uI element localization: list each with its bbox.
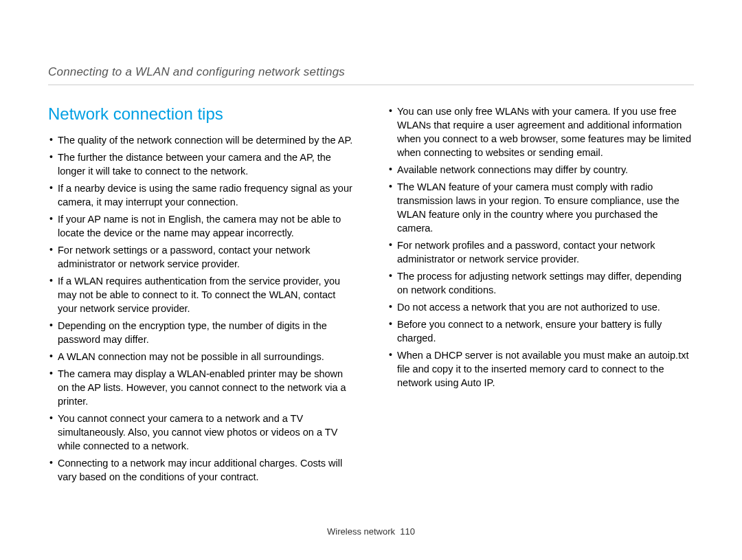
list-item: Do not access a network that you are not… bbox=[387, 300, 694, 314]
column-left: Network connection tips The quality of t… bbox=[48, 104, 355, 487]
list-item: Available network connections may differ… bbox=[387, 163, 694, 177]
list-item: For network settings or a password, cont… bbox=[48, 243, 355, 271]
section-heading: Network connection tips bbox=[48, 104, 355, 124]
list-item: The camera may display a WLAN-enabled pr… bbox=[48, 367, 355, 408]
breadcrumb: Connecting to a WLAN and configuring net… bbox=[48, 65, 694, 85]
footer-section-label: Wireless network bbox=[327, 526, 395, 537]
list-item: If a nearby device is using the same rad… bbox=[48, 181, 355, 209]
list-item: The process for adjusting network settin… bbox=[387, 269, 694, 297]
list-item: The quality of the network connection wi… bbox=[48, 133, 355, 147]
list-item: Connecting to a network may incur additi… bbox=[48, 456, 355, 484]
column-right: You can use only free WLANs with your ca… bbox=[387, 104, 694, 487]
page-container: Connecting to a WLAN and configuring net… bbox=[0, 0, 742, 560]
page-number: 110 bbox=[400, 526, 415, 537]
list-item: You cannot connect your camera to a netw… bbox=[48, 412, 355, 453]
list-item: For network profiles and a password, con… bbox=[387, 238, 694, 266]
list-item: The WLAN feature of your camera must com… bbox=[387, 180, 694, 235]
bullet-list-right: You can use only free WLANs with your ca… bbox=[387, 104, 694, 390]
page-footer: Wireless network 110 bbox=[0, 526, 742, 537]
list-item: If a WLAN requires authentication from t… bbox=[48, 274, 355, 315]
list-item: A WLAN connection may not be possible in… bbox=[48, 350, 355, 363]
list-item: You can use only free WLANs with your ca… bbox=[387, 104, 694, 159]
bullet-list-left: The quality of the network connection wi… bbox=[48, 133, 355, 484]
content-columns: Network connection tips The quality of t… bbox=[48, 104, 694, 487]
list-item: Before you connect to a network, ensure … bbox=[387, 317, 694, 345]
list-item: The further the distance between your ca… bbox=[48, 150, 355, 178]
list-item: When a DHCP server is not available you … bbox=[387, 348, 694, 390]
list-item: If your AP name is not in English, the c… bbox=[48, 212, 355, 240]
list-item: Depending on the encryption type, the nu… bbox=[48, 319, 355, 346]
